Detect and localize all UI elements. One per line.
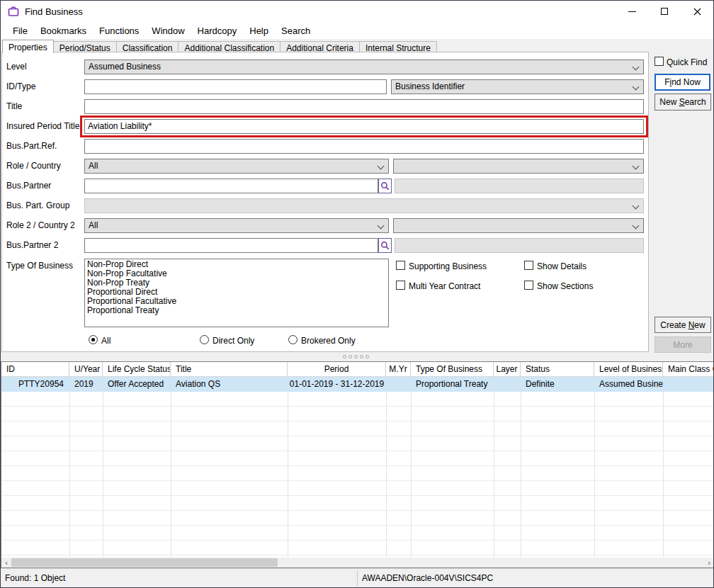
show-details-checkbox[interactable] (524, 261, 533, 270)
title-label: Title (6, 101, 22, 111)
supporting-business-checkbox[interactable] (396, 261, 405, 270)
multi-year-contract-checkbox[interactable] (396, 281, 405, 290)
new-search-button[interactable]: New Search (654, 94, 711, 111)
close-icon[interactable] (681, 1, 713, 22)
status-bar: Found: 1 Object AWAADEN\Oracle-004V\SICS… (1, 568, 714, 587)
chevron-down-icon (633, 163, 640, 170)
id-input[interactable] (84, 79, 387, 94)
briefcase-icon (8, 6, 19, 17)
country-combobox[interactable] (393, 159, 644, 174)
found-count: Found: 1 Object (5, 573, 65, 583)
menu-window[interactable]: Window (145, 23, 191, 38)
bus-partner2-search-button[interactable] (378, 238, 392, 253)
grid-header: ID U/Year Life Cycle Status Title Period… (1, 362, 714, 377)
bus-partner-input[interactable] (84, 179, 378, 193)
window-title: Find Business (25, 6, 83, 17)
bus-part-ref-input[interactable] (84, 139, 644, 154)
table-row[interactable]: PTTY20954 2019 Offer Accepted Aviation Q… (1, 377, 714, 392)
country2-combobox[interactable] (393, 218, 644, 233)
bus-part-ref-label: Bus.Part.Ref. (6, 141, 57, 151)
create-new-button[interactable]: Create New (654, 317, 711, 333)
chevron-down-icon (633, 222, 640, 230)
connection-info: AWAADEN\Oracle-004V\SICS4PC (362, 573, 493, 583)
all-radio[interactable] (89, 335, 98, 344)
column-header-main-class-of[interactable]: Main Class Of (663, 362, 714, 377)
menu-functions[interactable]: Functions (93, 23, 145, 38)
chevron-down-icon (378, 163, 385, 170)
insured-period-title-input[interactable]: Aviation Liability* (84, 119, 644, 134)
menu-search[interactable]: Search (275, 23, 317, 38)
id-type-label: ID/Type (6, 81, 35, 91)
bus-part-group-combobox[interactable] (84, 198, 644, 213)
id-type-combobox[interactable]: Business Identifier (391, 79, 644, 94)
bus-partner2-input[interactable] (84, 238, 378, 253)
show-sections-checkbox[interactable] (524, 281, 533, 290)
column-header-id[interactable]: ID (1, 362, 69, 377)
bus-partner2-label: Bus.Partner 2 (6, 240, 58, 250)
column-header-layer[interactable]: Layer (494, 362, 521, 377)
level-combobox[interactable]: Assumed Business (84, 60, 644, 74)
column-header-life-cycle-status[interactable]: Life Cycle Status (103, 362, 171, 377)
tab-strip: Properties Period/Status Classification … (2, 40, 437, 52)
direct-only-radio[interactable] (200, 335, 209, 344)
bus-part-group-label: Bus. Part. Group (6, 200, 69, 210)
splitter-grip[interactable] (343, 355, 369, 358)
more-button: More (654, 337, 711, 353)
bus-partner-search-button[interactable] (378, 179, 392, 193)
chevron-down-icon (633, 64, 640, 71)
brokered-only-radio-label: Brokered Only (301, 336, 356, 346)
tab-internal-structure[interactable]: Internal Structure (360, 41, 437, 52)
column-header-period[interactable]: Period (288, 362, 386, 377)
grid-body: PTTY20954 2019 Offer Accepted Aviation Q… (1, 377, 714, 558)
level-label: Level (6, 62, 27, 72)
scrollbar-thumb[interactable] (11, 558, 278, 567)
type-of-business-label: Type Of Business (6, 261, 73, 271)
tab-classification[interactable]: Classification (117, 41, 179, 52)
insured-period-title-label: Insured Period Title (6, 121, 79, 131)
direct-only-radio-label: Direct Only (212, 336, 254, 346)
minimize-icon[interactable] (616, 1, 648, 22)
find-business-window: Find Business File Bookmarks Functions W… (0, 0, 714, 588)
role-combobox[interactable]: All (84, 159, 389, 174)
column-header-title[interactable]: Title (171, 362, 288, 377)
role2-country2-label: Role 2 / Country 2 (6, 220, 75, 230)
find-now-button[interactable]: Find Now (654, 74, 710, 91)
listbox-option[interactable]: Proportional Treaty (85, 306, 388, 315)
chevron-down-icon (633, 84, 640, 91)
bus-partner2-name-field (395, 238, 644, 253)
show-details-label: Show Details (537, 261, 586, 271)
horizontal-scrollbar[interactable]: ‹ › (1, 558, 714, 567)
menu-bookmarks[interactable]: Bookmarks (34, 23, 93, 38)
bus-partner-name-field (395, 179, 644, 193)
menu-hardcopy[interactable]: Hardcopy (191, 23, 244, 38)
brokered-only-radio[interactable] (288, 335, 298, 344)
column-header-type-of-business[interactable]: Type Of Business (411, 362, 494, 377)
magnifier-icon (380, 181, 390, 191)
tab-properties[interactable]: Properties (2, 40, 54, 53)
scroll-right-icon[interactable]: › (704, 558, 714, 567)
column-header-myr[interactable]: M.Yr (386, 362, 411, 377)
menu-file[interactable]: File (6, 23, 34, 38)
type-of-business-listbox[interactable]: Non-Prop Direct Non-Prop Facultative Non… (84, 259, 389, 327)
all-radio-label: All (101, 336, 110, 346)
menu-help[interactable]: Help (243, 23, 275, 38)
menu-bar: File Bookmarks Functions Window Hardcopy… (1, 22, 713, 39)
role-country-label: Role / Country (6, 161, 61, 171)
column-header-status[interactable]: Status (521, 362, 594, 377)
magnifier-icon (380, 241, 390, 250)
bus-partner-label: Bus.Partner (6, 181, 51, 191)
column-header-level-of-business[interactable]: Level of Business (594, 362, 663, 377)
role2-combobox[interactable]: All (84, 218, 389, 233)
title-input[interactable] (84, 99, 644, 114)
quick-find-label: Quick Find (667, 57, 707, 67)
tab-additional-classification[interactable]: Additional Classification (178, 41, 280, 52)
column-header-uyear[interactable]: U/Year (69, 362, 103, 377)
chevron-down-icon (378, 222, 385, 230)
results-grid: ID U/Year Life Cycle Status Title Period… (1, 361, 714, 568)
maximize-icon[interactable] (648, 1, 681, 22)
tab-additional-criteria[interactable]: Additional Criteria (280, 41, 360, 52)
quick-find-checkbox[interactable] (654, 57, 664, 66)
tab-period-status[interactable]: Period/Status (54, 41, 117, 52)
title-bar: Find Business (1, 1, 713, 22)
scroll-left-icon[interactable]: ‹ (1, 558, 11, 567)
